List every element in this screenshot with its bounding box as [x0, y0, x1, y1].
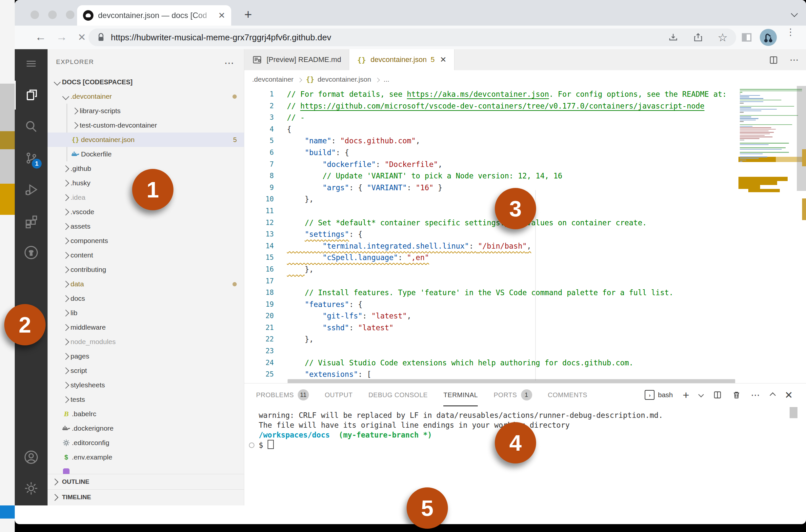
address-bar[interactable]: https://hubwriter-musical-meme-grx7rggrj… — [89, 28, 736, 46]
sidebar-item-github[interactable] — [15, 238, 47, 267]
code-line[interactable]: 21 "sshd": "latest" — [244, 322, 738, 334]
code-line[interactable]: 12 // Set *default* container specific s… — [244, 217, 738, 229]
tree-item-node-modules[interactable]: node_modules — [47, 335, 244, 349]
tree-item-test-custom-devcontainer[interactable]: test-custom-devcontainer — [47, 118, 244, 133]
code-line[interactable]: 8 // Update 'VARIANT' to pick a Node ver… — [244, 170, 738, 182]
panel-tab-ports[interactable]: PORTS1 — [494, 383, 532, 406]
tree-item-contributing[interactable]: contributing — [47, 262, 244, 277]
tree-item-clipped[interactable] — [47, 464, 244, 474]
breadcrumb-symbol[interactable]: ... — [384, 75, 389, 83]
terminal-profile[interactable]: › bash — [645, 390, 673, 400]
tree-item-devcontainer-json[interactable]: {}devcontainer.json5 — [47, 133, 244, 147]
panel-tab-terminal[interactable]: TERMINAL — [443, 383, 478, 406]
code-line[interactable]: 22 }, — [244, 334, 738, 345]
settings-gear-icon[interactable] — [15, 474, 47, 503]
panel-tab-output[interactable]: OUTPUT — [325, 383, 352, 406]
tree-item--editorconfig[interactable]: .editorconfig — [47, 436, 244, 450]
code-line[interactable]: 7 "dockerfile": "Dockerfile", — [244, 159, 738, 171]
code-line[interactable]: 4{ — [244, 124, 738, 135]
code-line[interactable]: 14 "terminal.integrated.shell.linux": "/… — [244, 241, 738, 252]
breadcrumb-file[interactable]: devcontainer.json — [318, 75, 371, 83]
profile-avatar[interactable] — [760, 29, 777, 46]
tree-item-docs-codespaces-[interactable]: DOCS [CODESPACES] — [47, 75, 244, 89]
new-tab-button[interactable]: + — [244, 7, 252, 22]
timeline-section[interactable]: TIMELINE — [47, 489, 244, 505]
download-icon[interactable] — [668, 32, 678, 43]
code-line[interactable]: 19 "features": { — [244, 299, 738, 310]
tab-devcontainer-json[interactable]: {} devcontainer.json 5 ✕ — [349, 49, 455, 70]
browser-tab[interactable]: devcontainer.json — docs [Cod ✕ — [77, 5, 231, 25]
tree-item-assets[interactable]: assets — [47, 219, 244, 233]
sidebar-item-search[interactable] — [15, 112, 47, 141]
share-icon[interactable] — [693, 32, 703, 43]
tree-item--devcontainer[interactable]: .devcontainer — [47, 89, 244, 103]
tree-item-data[interactable]: data — [47, 277, 244, 291]
code-line[interactable]: 20 "git-lfs": "latest", — [244, 310, 738, 322]
tree-item-dockerfile[interactable]: Dockerfile — [47, 147, 244, 162]
code-line[interactable]: 24 // Visual Studio Code extensions whic… — [244, 357, 738, 369]
code-line[interactable]: 13 "settings": { — [244, 229, 738, 241]
outline-section[interactable]: OUTLINE — [47, 474, 244, 489]
tree-item-lib[interactable]: lib — [47, 306, 244, 320]
code-line[interactable]: 18 // Install features. Type 'feature' i… — [244, 287, 738, 299]
code-line[interactable]: 3// - — [244, 112, 738, 124]
explorer-more-actions-icon[interactable]: ⋯ — [224, 57, 235, 69]
forward-button[interactable]: → — [56, 31, 67, 43]
code-line[interactable]: 9 "args": { "VARIANT": "16" } — [244, 182, 738, 194]
tree-item-content[interactable]: content — [47, 248, 244, 262]
tree-item-middleware[interactable]: middleware — [47, 320, 244, 335]
minimize-window-button[interactable] — [48, 11, 57, 19]
url-text[interactable]: https://hubwriter-musical-meme-grx7rggrj… — [111, 33, 668, 43]
tree-item-stylesheets[interactable]: stylesheets — [47, 378, 244, 392]
terminal-scrollbar[interactable] — [790, 407, 798, 418]
tree-item--babelrc[interactable]: B.babelrc — [47, 407, 244, 421]
panel-tab-debug-console[interactable]: DEBUG CONSOLE — [368, 383, 427, 406]
code-line[interactable]: 10 }, — [244, 193, 738, 205]
tree-item-script[interactable]: script — [47, 363, 244, 378]
sidebar-item-source-control[interactable]: 1 — [15, 144, 47, 172]
tab-readme-preview[interactable]: [Preview] README.md — [244, 49, 349, 70]
tab-close-icon[interactable]: ✕ — [218, 11, 225, 21]
tree-item--env-example[interactable]: $.env.example — [47, 450, 244, 464]
code-line[interactable]: 15 "cSpell.language": ",en" — [244, 252, 738, 264]
editor-more-actions-icon[interactable]: ⋯ — [790, 54, 800, 65]
code-line[interactable]: 6 "build": { — [244, 147, 738, 159]
split-terminal-icon[interactable] — [713, 390, 722, 399]
tree-item-components[interactable]: components — [47, 233, 244, 248]
code-line[interactable]: 17 — [244, 276, 738, 287]
tree-item-pages[interactable]: pages — [47, 349, 244, 363]
bookmark-star-icon[interactable]: ☆ — [718, 31, 728, 44]
panel-tab-comments[interactable]: COMMENTS — [548, 383, 588, 406]
code-editor[interactable]: 1// For format details, see https://aka.… — [244, 89, 738, 380]
code-line[interactable]: 1// For format details, see https://aka.… — [244, 89, 738, 100]
sidebar-item-explorer[interactable] — [15, 81, 47, 110]
new-terminal-button[interactable]: + — [683, 389, 689, 401]
window-controls[interactable] — [31, 11, 74, 19]
browser-menu-icon[interactable]: ⋮ — [786, 30, 795, 35]
code-line[interactable]: 16 }, — [244, 264, 738, 276]
accounts-icon[interactable] — [15, 443, 47, 472]
close-panel-icon[interactable]: ✕ — [785, 389, 793, 401]
breadcrumb-folder[interactable]: .devcontainer — [252, 75, 293, 83]
back-button[interactable]: ← — [35, 31, 46, 43]
code-line[interactable]: 23 — [244, 345, 738, 357]
terminal-dropdown-chevron-icon[interactable] — [699, 392, 703, 398]
terminal-output[interactable]: warning: CRLF will be replaced by LF in … — [259, 410, 663, 450]
tree-item-library-scripts[interactable]: library-scripts — [47, 103, 244, 118]
tab-close-icon[interactable]: ✕ — [440, 55, 446, 64]
sidebar-toggle-icon[interactable] — [740, 30, 754, 44]
panel-tab-problems[interactable]: PROBLEMS11 — [256, 383, 309, 406]
stop-reload-button[interactable]: ✕ — [78, 32, 86, 43]
tree-item-docs[interactable]: docs — [47, 291, 244, 306]
panel-more-actions-icon[interactable]: ⋯ — [751, 390, 761, 400]
tree-item--dockerignore[interactable]: .dockerignore — [47, 421, 244, 436]
close-window-button[interactable] — [31, 11, 39, 19]
code-line[interactable]: 11 — [244, 205, 738, 217]
breadcrumb[interactable]: .devcontainer {} devcontainer.json ... — [244, 70, 806, 89]
kill-terminal-trash-icon[interactable] — [732, 390, 741, 399]
code-line[interactable]: 5 "name": "docs.github.com", — [244, 135, 738, 147]
zoom-window-button[interactable] — [66, 11, 74, 19]
tab-search-chevron-icon[interactable] — [792, 11, 797, 17]
maximize-panel-chevron-icon[interactable] — [771, 392, 775, 398]
sidebar-item-extensions[interactable] — [15, 207, 47, 235]
